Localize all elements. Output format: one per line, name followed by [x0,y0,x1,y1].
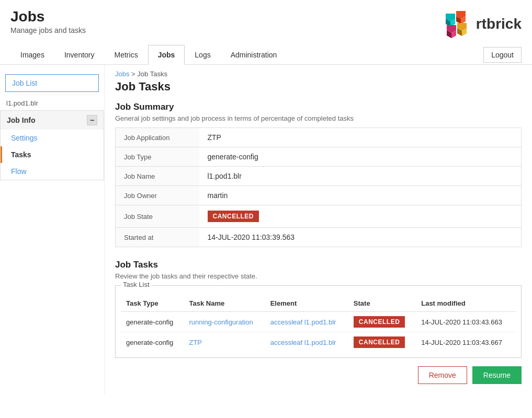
task-type-2: generate-config [121,332,184,353]
breadcrumb-separator: > [131,70,137,78]
main-content: Jobs > Job Tasks Job Tasks Job Summary G… [105,65,532,394]
nav-tabs: Images Inventory Metrics Jobs Logs Admin… [10,45,287,64]
task-name-2: ZTP [184,332,265,353]
job-tasks-description: Review the job tasks and their respectiv… [115,272,522,280]
resume-button[interactable]: Resume [472,366,522,384]
job-state-value: CANCELLED [199,205,522,228]
task-name-link-1[interactable]: running-configuration [189,318,253,326]
breadcrumb-jobs-link[interactable]: Jobs [115,70,129,78]
job-type-value: generate-config [199,147,522,167]
task-name-1: running-configuration [184,312,265,332]
element-link-1[interactable]: accessleaf l1.pod1.blr [270,318,336,326]
nav-tab-logs[interactable]: Logs [185,45,220,64]
task-table: Task Type Task Name Element State Last m… [121,295,516,352]
table-row: Started at 14-JUL-2020 11:03:39.563 [116,228,522,247]
started-at-label: Started at [116,228,199,247]
task-list-legend: Task List [121,281,152,288]
last-modified-2: 14-JUL-2020 11:03:43.667 [416,332,516,353]
sidebar-device-name: l1.pod1.blr [0,96,104,108]
job-application-label: Job Application [116,128,199,147]
sidebar-collapse-button[interactable]: − [87,115,97,125]
task-list-container: Task List Task Type Task Name Element St… [115,285,522,358]
table-row: Job State CANCELLED [116,205,522,228]
logout-button[interactable]: Logout [483,47,522,63]
nav-tab-inventory[interactable]: Inventory [54,45,105,64]
task-table-header-row: Task Type Task Name Element State Last m… [121,295,516,312]
header: Jobs Manage jobs and tasks rtbrick [0,0,532,40]
page-header-subtitle: Manage jobs and tasks [10,26,86,34]
col-element: Element [265,295,348,312]
breadcrumb: Jobs > Job Tasks [115,70,522,78]
col-state: State [348,295,416,312]
job-owner-value: martin [199,186,522,205]
state-1: CANCELLED [348,312,416,332]
table-row: Job Application ZTP [116,128,522,147]
table-row: Job Name l1.pod1.blr [116,167,522,186]
bottom-buttons: Remove Resume [115,366,522,384]
state-2: CANCELLED [348,332,416,353]
nav-tab-administration[interactable]: Administration [221,45,287,64]
table-row: Job Owner martin [116,186,522,205]
job-state-label: Job State [116,205,199,228]
state-badge-1: CANCELLED [354,316,405,328]
element-link-2[interactable]: accessleaf l1.pod1.blr [270,339,336,346]
remove-button[interactable]: Remove [418,366,467,384]
job-tasks-title: Job Tasks [115,260,522,270]
sidebar-item-settings[interactable]: Settings [1,130,104,146]
sidebar-section-job-info: Job Info − Settings Tasks Flow [0,110,104,180]
job-name-value: l1.pod1.blr [199,167,522,186]
job-summary-description: General job settings and job process in … [115,114,522,122]
breadcrumb-current: Job Tasks [137,70,167,78]
logo-area: rtbrick [440,8,522,40]
started-at-value: 14-JUL-2020 11:03:39.563 [199,228,522,247]
job-owner-label: Job Owner [116,186,199,205]
state-badge-2: CANCELLED [354,336,405,348]
sidebar-item-tasks[interactable]: Tasks [1,146,104,163]
element-1: accessleaf l1.pod1.blr [265,312,348,332]
sidebar-item-flow[interactable]: Flow [1,163,104,180]
job-summary-title: Job Summary [115,102,522,112]
page-header-title: Jobs [10,8,86,25]
job-name-label: Job Name [116,167,199,186]
nav-tab-metrics[interactable]: Metrics [105,45,148,64]
logo-text: rtbrick [476,16,522,32]
task-type-1: generate-config [121,312,184,332]
nav-tab-jobs[interactable]: Jobs [148,45,185,65]
job-application-value: ZTP [199,128,522,147]
table-row: Job Type generate-config [116,147,522,167]
table-row: generate-config running-configuration ac… [121,312,516,332]
table-row: generate-config ZTP accessleaf l1.pod1.b… [121,332,516,353]
job-state-badge: CANCELLED [208,211,259,222]
rtbrick-logo-icon [440,8,472,40]
sidebar: Job List l1.pod1.blr Job Info − Settings… [0,65,105,394]
col-task-name: Task Name [184,295,265,312]
element-2: accessleaf l1.pod1.blr [265,332,348,353]
col-last-modified: Last modified [416,295,516,312]
page-title: Job Tasks [115,80,522,94]
col-task-type: Task Type [121,295,184,312]
job-summary-table: Job Application ZTP Job Type generate-co… [115,127,522,247]
sidebar-section-header[interactable]: Job Info − [1,111,104,130]
sidebar-job-list[interactable]: Job List [5,74,99,92]
sidebar-section-label: Job Info [7,116,35,124]
nav-tab-images[interactable]: Images [10,45,54,64]
task-name-link-2[interactable]: ZTP [189,339,202,346]
nav-bar: Images Inventory Metrics Jobs Logs Admin… [0,45,532,65]
header-title-block: Jobs Manage jobs and tasks [10,8,86,34]
last-modified-1: 14-JUL-2020 11:03:43.663 [416,312,516,332]
job-type-label: Job Type [116,147,199,167]
main-layout: Job List l1.pod1.blr Job Info − Settings… [0,65,532,394]
